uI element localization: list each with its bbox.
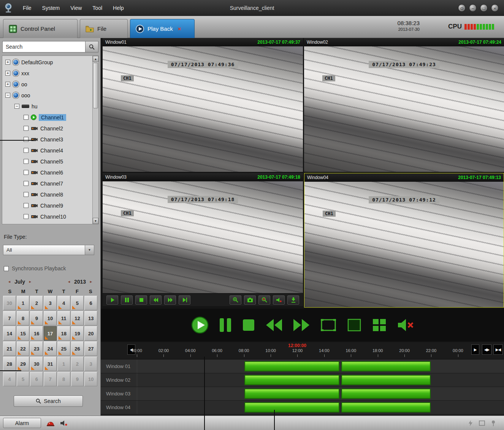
calendar-day[interactable]: 10 [44,311,57,325]
digital-zoom-button[interactable] [230,295,241,305]
menu-system[interactable]: System [37,5,65,11]
recording-bar[interactable] [244,402,339,413]
calendar-day[interactable]: 30 [3,296,16,310]
mini-pause-button[interactable] [121,295,133,305]
checkbox-icon[interactable] [4,266,9,271]
tree-scrollbar[interactable]: ▲ ▼ [92,56,98,224]
mute-button[interactable] [397,318,414,332]
timeline-track[interactable] [137,401,458,414]
calendar-day[interactable]: 4 [57,296,70,310]
calendar-day[interactable]: 4 [3,372,16,386]
maximize-button[interactable]: □ [480,4,488,12]
video-feed[interactable]: 07/17/2013 07:49:23 CH1 [304,46,504,172]
tree-channel-10[interactable]: Channel10 [2,211,92,222]
calendar-day[interactable]: 2 [30,296,43,310]
recording-bar[interactable] [244,389,339,399]
search-button[interactable]: Search [14,395,83,407]
calendar-day[interactable]: 19 [71,326,84,341]
mini-play-button[interactable] [106,295,118,305]
timeline-track[interactable] [137,360,458,373]
menu-tool[interactable]: Tool [87,5,108,11]
calendar-day[interactable]: 24 [44,341,57,356]
calendar-day[interactable]: 1 [57,357,70,371]
collapse-icon[interactable]: − [5,93,10,98]
minimize-button[interactable]: − [469,4,477,12]
tab-close-icon[interactable]: × [178,25,181,32]
calendar-day[interactable]: 9 [30,311,43,325]
timeline-track[interactable] [137,373,458,387]
tree-channel-4[interactable]: Channel4 [2,145,92,156]
channel-checkbox[interactable] [24,214,29,219]
recording-bar[interactable] [341,389,431,399]
calendar-day[interactable]: 30 [30,357,43,371]
expand-icon[interactable]: + [5,71,10,76]
tab-play-back[interactable]: Play Back × [130,19,195,38]
scroll-down-icon[interactable]: ▼ [93,218,98,224]
tree-channel-2[interactable]: Channel2 [2,123,92,134]
calendar-day-selected[interactable]: 17 [44,326,57,341]
play-button[interactable] [191,316,209,334]
timeline-scroll-right-button[interactable]: ▶ [471,344,479,355]
pin-icon[interactable] [491,420,496,426]
channel-checkbox[interactable] [24,192,29,197]
menu-help[interactable]: Help [108,5,129,11]
audio-status-icon[interactable] [60,420,68,426]
channel-checkbox[interactable] [24,126,29,131]
tree-channel-6[interactable]: Channel6 [2,167,92,178]
quad-screen-button[interactable] [372,318,387,332]
tree-group-oo[interactable]: + oo [2,79,92,90]
recording-bar[interactable] [244,361,339,371]
mini-rewind-button[interactable] [150,295,162,305]
menu-view[interactable]: View [65,5,87,11]
file-type-select[interactable]: All ▼ [3,245,94,255]
video-feed[interactable]: 07/17/2013 07:49:12 CH1 [304,182,504,307]
calendar-day[interactable]: 2 [71,357,84,371]
alarm-siren-icon[interactable] [46,420,55,427]
timeline-zoom-in-button[interactable]: ▶◀ [493,344,503,355]
channel-checkbox[interactable] [24,148,29,153]
calendar-day[interactable]: 10 [84,372,97,386]
search-input[interactable] [2,41,86,52]
timeline-ruler[interactable]: 12:00:00 ◀ 00:00 02:00 04:00 06:00 08:00… [101,342,504,359]
timeline-zoom-out-button[interactable]: ◀▶ [482,344,491,355]
calendar-day[interactable]: 5 [17,372,30,386]
video-window-4[interactable]: Window04 2013-07-17 07:49:13 07/17/2013 … [304,173,504,308]
next-month-icon[interactable]: ► [29,280,32,284]
zoom-reset-button[interactable] [258,295,270,305]
tree-group-ooo[interactable]: − ooo [2,90,92,101]
video-feed[interactable]: 07/17/2013 07:49:18 CH1 [103,181,303,293]
snapshot-button[interactable] [244,295,256,305]
calendar-day[interactable]: 31 [44,357,57,371]
menu-file[interactable]: File [17,5,37,11]
calendar-day[interactable]: 1 [17,296,30,310]
calendar-day[interactable]: 23 [30,341,43,356]
calendar-day[interactable]: 20 [84,326,97,341]
pause-button[interactable] [219,317,232,333]
recording-bar[interactable] [341,375,431,385]
calendar-day[interactable]: 6 [84,296,97,310]
tree-channel-3[interactable]: Channel3 [2,134,92,145]
channel-checkbox[interactable] [24,203,29,208]
calendar-day[interactable]: 14 [3,326,16,341]
channel-checkbox[interactable] [24,137,29,142]
calendar-day[interactable]: 9 [71,372,84,386]
tab-file[interactable]: File [80,19,128,38]
stop-button[interactable] [242,318,255,332]
scrollbar-thumb[interactable] [93,63,98,108]
tree-channel-5[interactable]: Channel5 [2,156,92,167]
prev-year-icon[interactable]: ◄ [67,280,71,284]
calendar-day[interactable]: 6 [30,372,43,386]
chevron-down-icon[interactable]: ▼ [85,245,94,255]
prev-month-icon[interactable]: ◄ [8,280,11,284]
calendar-day[interactable]: 27 [84,341,97,356]
video-window-2[interactable]: Window02 2013-07-17 07:49:24 07/17/2013 … [304,38,504,172]
channel-checkbox[interactable] [24,181,29,186]
tree-device-hu[interactable]: − hu [2,101,92,112]
video-window-1[interactable]: Window01 2013-07-17 07:49:37 07/17/2013 … [103,38,303,172]
tree-group-xxx[interactable]: + xxx [2,68,92,79]
tab-control-panel[interactable]: Control Panel [3,19,78,38]
calendar-day[interactable]: 15 [17,326,30,341]
calendar-day[interactable]: 13 [84,311,97,325]
timeline-track[interactable] [137,387,458,400]
close-button[interactable]: × [491,4,499,12]
